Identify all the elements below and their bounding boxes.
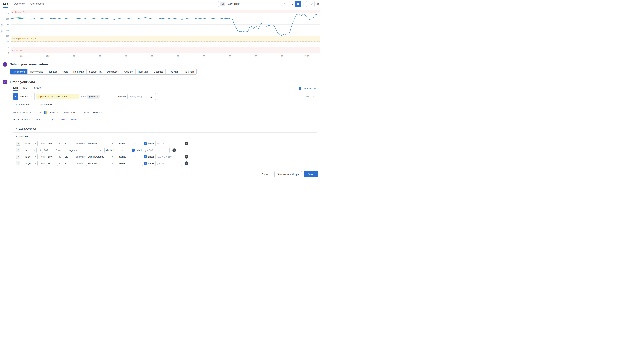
display-options-row: Display: Lines ▾ Color: Classic ▾ Style:…: [13, 111, 317, 114]
marker-style-select[interactable]: dashed▾: [104, 148, 125, 153]
metric-source-select[interactable]: Metrics ▾: [18, 94, 34, 100]
graph-additional-link-more[interactable]: More...: [68, 118, 82, 121]
remove-marker-button[interactable]: ×: [184, 155, 188, 158]
remove-scope-icon[interactable]: ×: [97, 95, 98, 98]
label-checkbox[interactable]: ✓: [144, 142, 147, 145]
editor-tab-json[interactable]: JSON: [22, 86, 29, 91]
tab-overview[interactable]: Overview: [14, 0, 25, 8]
marker-type-select[interactable]: Range▾: [22, 141, 38, 146]
save-button[interactable]: Save: [304, 171, 318, 177]
marker-from-input[interactable]: [46, 160, 58, 166]
marker-rows: ARange▾fromtoShow aserror/red▾dashed▾✓La…: [13, 140, 317, 169]
scope-tag[interactable]: $scope ×: [88, 94, 100, 98]
code-view-icon[interactable]: </>: [306, 95, 309, 98]
marker-style-select[interactable]: dashed▾: [116, 154, 137, 159]
viz-option-timeseries[interactable]: Timeseries: [10, 69, 27, 74]
viz-option-geomap[interactable]: Geomap: [151, 69, 166, 74]
marker-label-input[interactable]: [156, 161, 182, 166]
overlays-markers-panel: › Event Overlays › Markers ARange▾fromto…: [13, 125, 317, 169]
viz-option-host-map[interactable]: Host Map: [135, 69, 151, 74]
metric-name-field[interactable]: sqlserver.stats.batch_requests: [36, 94, 79, 99]
add-query-button[interactable]: + Add Query: [13, 102, 32, 108]
style-select[interactable]: Solid ▾: [71, 111, 78, 114]
caret-down-icon: ▾: [122, 149, 123, 151]
marker-at-input[interactable]: [42, 148, 54, 153]
scope-field[interactable]: from $scope ×: [81, 94, 116, 100]
marker-color-select[interactable]: ok/green▾: [66, 148, 103, 153]
marker-to-input[interactable]: [62, 141, 74, 146]
marker-letter-badge: A: [16, 161, 20, 165]
label-checkbox[interactable]: ✓: [132, 149, 134, 152]
stroke-value: Normal: [93, 111, 100, 114]
forward-button[interactable]: »: [301, 1, 307, 7]
viz-option-top-list[interactable]: Top List: [46, 69, 60, 74]
remove-marker-button[interactable]: ×: [184, 142, 188, 146]
marker-type-select[interactable]: Range▾: [22, 154, 38, 159]
viz-option-heat-map[interactable]: Heat Map: [70, 69, 86, 74]
save-as-new-graph-button[interactable]: Save as New Graph: [274, 171, 302, 177]
marker-row: ARange▾fromtoShow aserror/red▾dashed▾✓La…: [16, 160, 314, 166]
viz-option-distribution[interactable]: Distribution: [104, 69, 122, 74]
label-checkbox[interactable]: ✓: [144, 162, 147, 164]
graphing-help-link[interactable]: ? Graphing help: [298, 87, 317, 90]
label-checkbox[interactable]: ✓: [144, 156, 147, 158]
step-2-section: 2 Graph your data Edit JSON Share ? Grap…: [0, 80, 322, 169]
remove-marker-button[interactable]: ×: [184, 162, 188, 165]
marker-color-select-value: error/red: [88, 162, 97, 164]
time-range-select[interactable]: 1h Past 1 Hour ▾: [218, 1, 287, 7]
viz-option-change[interactable]: Change: [122, 69, 135, 74]
cancel-button[interactable]: Cancel: [259, 171, 272, 177]
tab-edit[interactable]: Edit: [3, 0, 8, 8]
remove-marker-button[interactable]: ×: [172, 148, 176, 152]
marker-from-input[interactable]: [46, 141, 58, 146]
group-by-field[interactable]: (everything): [128, 94, 146, 99]
marker-type-select[interactable]: Line▾: [22, 148, 37, 153]
marker-color-select[interactable]: error/red▾: [86, 141, 115, 146]
graph-additional-link-metrics[interactable]: Metrics: [34, 118, 45, 121]
viz-option-tree-map[interactable]: Tree Map: [166, 69, 181, 74]
rewind-button[interactable]: «: [289, 1, 295, 7]
marker-from-input[interactable]: [46, 154, 58, 159]
metric-source-value: Metrics: [20, 95, 28, 98]
svg-text:11:45: 11:45: [304, 55, 309, 57]
marker-label-input[interactable]: [156, 141, 182, 146]
stroke-select[interactable]: Normal ▾: [93, 111, 102, 114]
marker-label-input[interactable]: [156, 154, 182, 159]
editor-tab-edit[interactable]: Edit: [13, 86, 18, 91]
svg-text:11:05: 11:05: [97, 55, 101, 57]
undo-button[interactable]: ↺: [309, 1, 314, 7]
event-overlays-toggle[interactable]: › Event Overlays: [13, 125, 317, 132]
marker-type-select[interactable]: Range▾: [22, 160, 38, 166]
marker-color-select[interactable]: error/red▾: [86, 160, 115, 166]
graph-additional-link-apm[interactable]: APM: [57, 118, 68, 121]
marker-label-input[interactable]: [143, 148, 170, 152]
pause-button[interactable]: [295, 1, 301, 7]
marker-to-input[interactable]: [62, 154, 74, 159]
add-formula-button[interactable]: + Add Formula: [34, 102, 55, 108]
viz-option-pie-chart[interactable]: Pie Chart: [181, 69, 196, 74]
sigma-button[interactable]: Σ: [148, 94, 154, 99]
editor-tab-share[interactable]: Share: [34, 86, 41, 91]
timeseries-chart[interactable]: 05010015020025030035010:5010:5511:0011:0…: [0, 8, 322, 60]
color-select[interactable]: Classic ▾: [44, 111, 58, 114]
marker-to-input[interactable]: [62, 160, 74, 166]
color-label: Color:: [36, 111, 42, 114]
display-type-select[interactable]: Lines ▾: [23, 111, 31, 114]
marker-style-select[interactable]: dashed▾: [116, 141, 137, 146]
as-link[interactable]: as...: [312, 95, 316, 98]
markers-toggle[interactable]: › Markers: [13, 132, 317, 140]
markers-label: Markers: [19, 135, 28, 138]
tab-correlations[interactable]: Correlations: [30, 0, 45, 8]
viz-option-scatter-plot[interactable]: Scatter Plot: [86, 69, 104, 74]
marker-color-select[interactable]: warning/orange▾: [86, 154, 115, 159]
label-text: Label: [148, 156, 154, 158]
stroke-label: Stroke:: [84, 111, 91, 114]
marker-label-group: ✓Label: [142, 154, 182, 159]
caret-down-icon: ▾: [134, 143, 135, 144]
viz-option-table[interactable]: Table: [60, 69, 70, 74]
viz-option-query-value[interactable]: Query Value: [27, 69, 46, 74]
marker-style-select[interactable]: dashed▾: [116, 160, 137, 166]
close-button[interactable]: ×: [317, 2, 319, 6]
graph-additional-link-logs[interactable]: Logs: [45, 118, 56, 121]
marker-type-select-value: Range: [24, 142, 30, 145]
